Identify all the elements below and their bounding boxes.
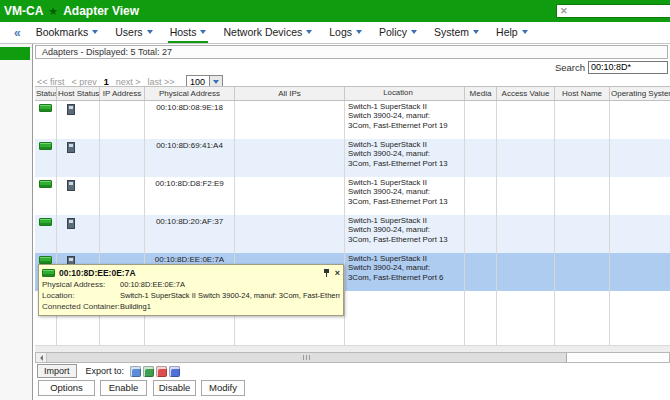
table-row[interactable]: 00:10:8D:69:41:A4 Switch-1 SuperStack II… — [35, 139, 670, 177]
menu-bookmarks[interactable]: Bookmarks — [34, 22, 101, 43]
location-cell: Switch-1 SuperStack II Switch 3900-24, m… — [345, 177, 465, 215]
host-name-cell — [555, 101, 610, 139]
all-ips-cell — [235, 215, 345, 253]
physical-address-cell: 00:10:8D:D8:F2:E9 — [145, 177, 235, 215]
chevron-down-icon — [473, 30, 479, 34]
left-arrow-icon — [40, 355, 43, 361]
host-name-cell — [555, 253, 610, 291]
tooltip-title: 00:10:8D:EE:0E:7A — [59, 268, 136, 278]
disable-button[interactable]: Disable — [153, 380, 196, 396]
favorite-star-icon[interactable]: ★ — [48, 5, 58, 18]
search-label: Search — [555, 62, 585, 73]
menu-users[interactable]: Users — [113, 22, 154, 43]
column-header-access-value[interactable]: Access Value — [497, 87, 555, 100]
operating-system-cell — [610, 253, 670, 291]
chevron-down-icon — [522, 30, 528, 34]
access-value-cell — [497, 253, 555, 291]
table-header: Status Host Status IP Address Physical A… — [35, 87, 670, 101]
adapter-status-icon — [39, 142, 52, 150]
tooltip-header: 00:10:8D:EE:0E:7A × — [42, 267, 340, 279]
chevron-down-icon — [213, 80, 219, 84]
field-value: Building1 — [120, 301, 151, 312]
access-value-cell — [497, 139, 555, 177]
tooltip-field: Location: Switch-1 SuperStack II Switch … — [42, 290, 340, 301]
csv-icon[interactable] — [130, 366, 141, 377]
ip-address-cell — [100, 139, 145, 177]
all-ips-cell — [235, 101, 345, 139]
menu-hosts[interactable]: Hosts — [168, 22, 209, 43]
menu-logs[interactable]: Logs — [327, 22, 364, 43]
physical-address-cell: 00:10:8D:69:41:A4 — [145, 139, 235, 177]
table-row[interactable]: 00:10:8D:D8:F2:E9 Switch-1 SuperStack II… — [35, 177, 670, 215]
chevron-down-icon — [92, 30, 98, 34]
table-bottom-strip — [35, 345, 670, 352]
horizontal-scrollbar[interactable] — [35, 352, 670, 363]
search-area: Search — [555, 60, 668, 74]
column-header-all-ips[interactable]: All IPs — [235, 87, 345, 100]
media-cell — [465, 101, 497, 139]
pdf-icon[interactable] — [156, 366, 167, 377]
column-header-physical-address[interactable]: Physical Address — [145, 87, 235, 100]
host-name-cell — [555, 139, 610, 177]
ip-address-cell — [100, 101, 145, 139]
pushpin-icon[interactable] — [323, 269, 331, 278]
host-status-icon — [67, 180, 75, 191]
adapter-status-icon — [39, 218, 52, 226]
all-ips-cell — [235, 177, 345, 215]
enable-button[interactable]: Enable — [100, 380, 147, 396]
tooltip-field: Connected Container: Building1 — [42, 301, 340, 312]
menu-help[interactable]: Help — [494, 22, 530, 43]
adapter-tooltip: 00:10:8D:EE:0E:7A × Physical Address: 00… — [38, 264, 344, 316]
media-cell — [465, 215, 497, 253]
close-icon[interactable]: × — [335, 269, 340, 278]
menu-policy[interactable]: Policy — [377, 22, 419, 43]
column-header-media[interactable]: Media — [465, 87, 497, 100]
scrollbar-thumb[interactable] — [47, 353, 567, 362]
chevron-down-icon — [306, 30, 312, 34]
excel-icon[interactable] — [143, 366, 154, 377]
collapse-panel-icon[interactable]: « — [14, 26, 21, 40]
export-to-label: Export to: — [86, 366, 125, 376]
action-buttons: Options Enable Disable Modify — [38, 380, 249, 396]
adapter-status-icon — [39, 180, 52, 188]
column-header-status[interactable]: Status — [35, 87, 57, 100]
clear-icon[interactable]: ✕ — [560, 7, 568, 16]
app-name: VM-CA — [4, 4, 43, 18]
menu-network-devices[interactable]: Network Devices — [221, 22, 314, 43]
location-cell: Switch-1 SuperStack II Switch 3900-24, m… — [345, 253, 465, 291]
table-row[interactable]: 00:10:8D:08:9E:18 Switch-1 SuperStack II… — [35, 101, 670, 139]
access-value-cell — [497, 177, 555, 215]
search-input[interactable] — [588, 61, 668, 74]
chevron-down-icon — [411, 30, 417, 34]
summary-bar: Adapters - Displayed: 5 Total: 27 — [35, 45, 668, 59]
field-value: 00:10:8D:EE:0E:7A — [120, 279, 185, 290]
column-header-location[interactable]: Location — [345, 87, 465, 100]
column-header-host-status[interactable]: Host Status — [57, 87, 100, 100]
options-button[interactable]: Options — [38, 380, 95, 396]
rtf-icon[interactable] — [169, 366, 180, 377]
column-header-ip-address[interactable]: IP Address — [100, 87, 145, 100]
operating-system-cell — [610, 177, 670, 215]
host-status-icon — [67, 104, 75, 115]
sidebar-panel-block — [0, 47, 30, 60]
media-cell — [465, 177, 497, 215]
field-label: Physical Address: — [42, 279, 120, 290]
import-button[interactable]: Import — [37, 364, 77, 378]
chevron-down-icon — [147, 30, 153, 34]
location-cell: Switch-1 SuperStack II Switch 3900-24, m… — [345, 101, 465, 139]
location-cell: Switch-1 SuperStack II Switch 3900-24, m… — [345, 139, 465, 177]
scroll-left-arrow[interactable] — [36, 353, 47, 362]
operating-system-cell — [610, 215, 670, 253]
adapter-status-icon — [42, 269, 55, 277]
import-export-row: Import Export to: — [37, 363, 180, 379]
column-header-operating-system[interactable]: Operating System — [610, 87, 670, 100]
physical-address-cell: 00:10:8D:20:AF:37 — [145, 215, 235, 253]
table-row[interactable]: 00:10:8D:20:AF:37 Switch-1 SuperStack II… — [35, 215, 670, 253]
modify-button[interactable]: Modify — [201, 380, 245, 396]
titlebar-filter-input[interactable]: ✕ — [556, 4, 670, 18]
menu-system[interactable]: System — [432, 22, 481, 43]
media-cell — [465, 139, 497, 177]
tooltip-field: Physical Address: 00:10:8D:EE:0E:7A — [42, 279, 340, 290]
page-title: Adapter View — [63, 4, 139, 18]
column-header-host-name[interactable]: Host Name — [555, 87, 610, 100]
